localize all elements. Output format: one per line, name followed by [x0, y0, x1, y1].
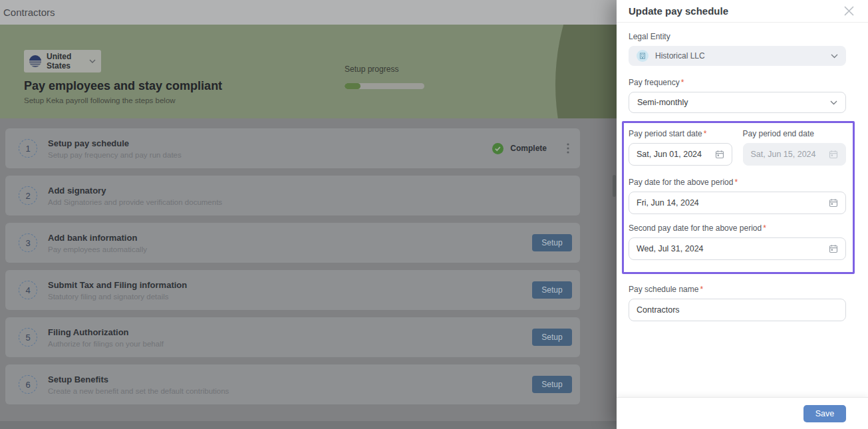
step-card-setup-pay-schedule[interactable]: 1 Setup pay schedule Setup pay frequency… [5, 128, 580, 168]
period-end-label: Pay period end date [743, 129, 847, 138]
status-badge: Complete [492, 143, 547, 154]
required-marker: * [763, 223, 766, 233]
required-marker: * [700, 285, 703, 294]
calendar-icon[interactable] [829, 198, 838, 208]
period-end-date-field: Sat, Jun 15, 2024 [743, 143, 847, 166]
step-number-badge: 2 [19, 186, 37, 205]
second-pay-date-label: Second pay date for the above period [629, 223, 762, 233]
step-card-filing-authorization[interactable]: 5 Filing Authorization Authorize for fil… [5, 317, 580, 357]
step-title: Setup Benefits [48, 374, 229, 384]
pay-frequency-value: Semi-monthly [637, 98, 830, 107]
update-pay-schedule-drawer: Update pay schedule Legal Entity Histori… [617, 0, 868, 429]
step-number-badge: 3 [19, 233, 37, 252]
setup-progress: Setup progress [345, 65, 424, 89]
setup-button[interactable]: Setup [532, 281, 572, 299]
page-scrollbar-thumb[interactable] [613, 175, 616, 197]
step-subtitle: Statutory filing and signatory details [48, 293, 187, 301]
banner-heading: Pay employees and stay compliant [24, 79, 222, 93]
us-flag-icon [29, 55, 41, 67]
close-icon[interactable] [842, 4, 856, 18]
required-marker: * [681, 78, 684, 87]
country-selector-label: United States [47, 52, 77, 71]
building-icon [637, 50, 649, 62]
second-pay-date-field[interactable]: Wed, Jul 31, 2024 [629, 237, 846, 260]
period-end-date-value: Sat, Jun 15, 2024 [751, 150, 829, 159]
setup-progress-label: Setup progress [345, 65, 424, 74]
step-number-badge: 1 [19, 139, 37, 158]
save-button[interactable]: Save [803, 405, 846, 422]
period-start-label: Pay period start date [629, 129, 702, 138]
step-title: Submit Tax and Filing information [48, 280, 187, 290]
page-title: Contractors [3, 7, 55, 18]
calendar-icon [829, 150, 838, 159]
step-subtitle: Setup pay frequency and pay run dates [48, 151, 182, 159]
step-subtitle: Add Signatories and provide verification… [48, 198, 222, 206]
drawer-title: Update pay schedule [629, 5, 728, 17]
progress-bar-fill [345, 83, 361, 89]
step-number-badge: 5 [19, 328, 37, 347]
period-start-date-field[interactable]: Sat, Jun 01, 2024 [629, 143, 732, 166]
check-circle-icon [492, 143, 504, 154]
kebab-menu-icon[interactable] [567, 143, 569, 154]
step-card-add-signatory[interactable]: 2 Add signatory Add Signatories and prov… [5, 176, 580, 215]
step-subtitle: Pay employees automatically [48, 245, 147, 253]
step-card-tax-filing-information[interactable]: 4 Submit Tax and Filing information Stat… [5, 270, 580, 310]
pay-frequency-label: Pay frequency [629, 78, 680, 87]
step-title: Add signatory [48, 186, 222, 196]
legal-entity-value: Historical LLC [655, 51, 824, 61]
step-number-badge: 4 [19, 281, 37, 299]
page-bottom-edge [0, 421, 617, 429]
pay-date-value: Fri, Jun 14, 2024 [637, 198, 829, 208]
country-selector[interactable]: United States [24, 50, 101, 72]
chevron-down-icon [830, 100, 837, 105]
period-start-date-value: Sat, Jun 01, 2024 [637, 150, 715, 159]
status-label: Complete [510, 144, 547, 153]
pay-dates-highlight-box: Pay period start date* Sat, Jun 01, 2024… [622, 121, 855, 274]
step-title: Setup pay schedule [48, 138, 182, 148]
setup-steps-list: 1 Setup pay schedule Setup pay frequency… [5, 128, 580, 404]
required-marker: * [704, 129, 707, 138]
drawer-footer: Save [617, 397, 868, 429]
chevron-down-icon [89, 59, 96, 63]
pay-frequency-select[interactable]: Semi-monthly [629, 92, 846, 113]
schedule-name-label: Pay schedule name [629, 285, 698, 294]
legal-entity-select[interactable]: Historical LLC [629, 46, 846, 66]
setup-button[interactable]: Setup [532, 376, 572, 393]
chevron-down-icon [831, 54, 838, 59]
step-subtitle: Authorize for filings on your behalf [48, 340, 164, 348]
pay-date-label: Pay date for the above period [629, 178, 733, 187]
step-number-badge: 6 [19, 375, 37, 394]
setup-button[interactable]: Setup [532, 329, 572, 346]
step-title: Add bank information [48, 233, 147, 243]
progress-bar-track [345, 83, 424, 89]
legal-entity-label: Legal Entity [629, 32, 846, 41]
step-subtitle: Create a new benefit and set the default… [48, 387, 229, 395]
step-card-setup-benefits[interactable]: 6 Setup Benefits Create a new benefit an… [5, 364, 580, 404]
calendar-icon[interactable] [829, 244, 838, 253]
calendar-icon[interactable] [715, 150, 724, 159]
schedule-name-input[interactable] [629, 299, 846, 321]
step-title: Filing Authorization [48, 327, 164, 337]
pay-date-field[interactable]: Fri, Jun 14, 2024 [629, 192, 846, 214]
step-card-add-bank-information[interactable]: 3 Add bank information Pay employees aut… [5, 223, 580, 263]
required-marker: * [734, 178, 738, 187]
setup-button[interactable]: Setup [532, 234, 572, 251]
second-pay-date-value: Wed, Jul 31, 2024 [637, 244, 829, 253]
banner-subheading: Setup Keka payroll following the steps b… [24, 96, 176, 104]
